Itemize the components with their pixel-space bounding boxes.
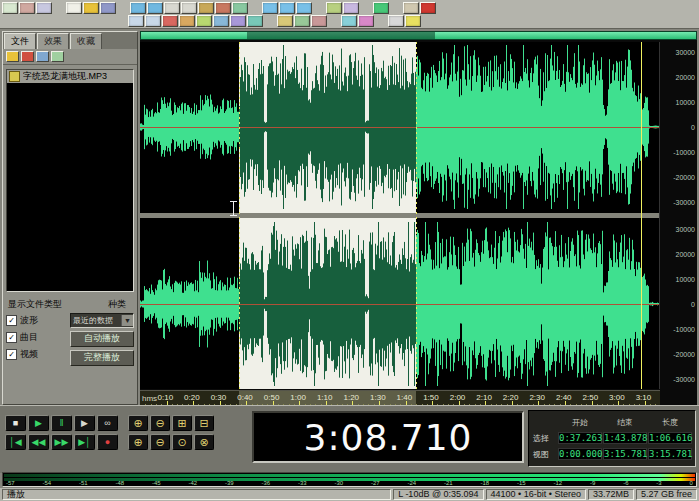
file-list-item[interactable]: 字统恐龙满地现.MP3 bbox=[7, 70, 133, 83]
zoom-out-horizontal-button[interactable]: ⊖ bbox=[150, 415, 170, 431]
pitch-bender-icon[interactable] bbox=[358, 15, 374, 27]
fft-filter-icon[interactable] bbox=[277, 15, 293, 27]
scripts-icon[interactable] bbox=[403, 2, 419, 14]
monitor-record-level-icon[interactable] bbox=[420, 2, 436, 14]
wave-checkbox[interactable]: ✓ bbox=[6, 315, 17, 326]
organizer-toolbar bbox=[3, 49, 137, 65]
toolbar-separator bbox=[53, 2, 65, 14]
show-file-types-label: 显示文件类型 bbox=[8, 298, 62, 311]
insert-to-multitrack-icon[interactable] bbox=[36, 51, 49, 62]
overview-selection[interactable] bbox=[247, 32, 436, 39]
envelope-effect-icon[interactable] bbox=[179, 15, 195, 27]
open-file-icon[interactable] bbox=[83, 2, 99, 14]
stop-button[interactable]: ■ bbox=[5, 415, 26, 431]
tab-favorites[interactable]: 收藏 bbox=[70, 33, 102, 49]
auto-play-button[interactable]: 自动播放 bbox=[70, 331, 134, 347]
zoom-out-vertical-button[interactable]: ⊖ bbox=[150, 434, 170, 450]
video-filter-label: 视频 bbox=[20, 348, 38, 361]
paste-icon[interactable] bbox=[198, 2, 214, 14]
play-to-end-button[interactable]: ▶ bbox=[74, 415, 95, 431]
record-button[interactable]: ● bbox=[97, 434, 118, 450]
open-file-icon[interactable] bbox=[6, 51, 19, 62]
type-filter-video: ✓视频 bbox=[6, 348, 67, 361]
go-to-beginning-button[interactable]: │◀ bbox=[5, 434, 26, 450]
time-display[interactable]: 3:08.710 bbox=[252, 411, 524, 463]
edit-file-icon[interactable] bbox=[51, 51, 64, 62]
selection-row-label: 选择 bbox=[531, 433, 557, 444]
new-file-icon[interactable] bbox=[66, 2, 82, 14]
meter-scale-label: -30 bbox=[335, 480, 344, 486]
normalize-effect-icon[interactable] bbox=[196, 15, 212, 27]
redo-icon[interactable] bbox=[147, 2, 163, 14]
pause-button[interactable]: ‖ bbox=[51, 415, 72, 431]
show-cue-list-icon[interactable] bbox=[128, 15, 144, 27]
file-name: 字统恐龙满地现.MP3 bbox=[23, 70, 107, 83]
chevron-down-icon[interactable]: ▼ bbox=[121, 315, 133, 326]
amplitude-tick-label: -20000 bbox=[673, 174, 695, 181]
zoom-selection-icon[interactable] bbox=[296, 2, 312, 14]
zoom-right-edge-button[interactable]: ⊗ bbox=[194, 434, 214, 450]
close-file-icon[interactable] bbox=[21, 51, 34, 62]
zoom-in-vertical-button[interactable]: ⊕ bbox=[128, 434, 148, 450]
amplitude-tick-label: -10000 bbox=[673, 149, 695, 156]
multitrack-view-icon[interactable] bbox=[19, 2, 35, 14]
reverb-effect-icon[interactable] bbox=[247, 15, 263, 27]
rewind-button[interactable]: ◀◀ bbox=[28, 434, 49, 450]
stretch-effect-icon[interactable] bbox=[341, 15, 357, 27]
copy-icon[interactable] bbox=[181, 2, 197, 14]
click-removal-icon[interactable] bbox=[311, 15, 327, 27]
zoom-full-button[interactable]: ⊞ bbox=[172, 415, 192, 431]
file-size-text: 33.72MB bbox=[593, 489, 629, 499]
video-checkbox[interactable]: ✓ bbox=[6, 349, 17, 360]
zoom-in-horizontal-button[interactable]: ⊕ bbox=[128, 415, 148, 431]
help-icon[interactable] bbox=[405, 15, 421, 27]
convert-sample-type-icon[interactable] bbox=[326, 2, 342, 14]
noise-reduction-icon[interactable] bbox=[294, 15, 310, 27]
column-header-2: 长度 bbox=[648, 417, 692, 428]
meter-scale-label: -51 bbox=[79, 480, 88, 486]
amplify-effect-icon[interactable] bbox=[162, 15, 178, 27]
cd-project-view-icon[interactable] bbox=[36, 2, 52, 14]
batch-process-icon[interactable] bbox=[343, 2, 359, 14]
waveform-view-icon[interactable] bbox=[2, 2, 18, 14]
toolbar-separator bbox=[249, 2, 261, 14]
tab-effects[interactable]: 效果 bbox=[37, 33, 69, 49]
midi-checkbox[interactable]: ✓ bbox=[6, 332, 17, 343]
overview-bar[interactable] bbox=[140, 31, 697, 40]
save-file-icon[interactable] bbox=[100, 2, 116, 14]
mix-paste-icon[interactable] bbox=[215, 2, 231, 14]
fast-forward-button[interactable]: ▶▶ bbox=[51, 434, 72, 450]
sort-label: 种类 bbox=[108, 298, 126, 311]
sort-dropdown-value: 最近的数据 bbox=[71, 315, 121, 326]
cut-icon[interactable] bbox=[164, 2, 180, 14]
timeline-ruler[interactable]: hms 0:100:200:300:400:501:001:101:201:30… bbox=[140, 390, 660, 406]
timeline-tick-label: 0:30 bbox=[211, 393, 227, 402]
amplitude-ruler[interactable]: 30000300002000020000100001000000-10000-1… bbox=[659, 42, 697, 389]
status-file-size: 33.72MB bbox=[588, 489, 634, 500]
cd-burning-icon[interactable] bbox=[388, 15, 404, 27]
format-text: 44100 • 16-bit • Stereo bbox=[491, 489, 581, 499]
go-to-end-button[interactable]: ▶│ bbox=[74, 434, 95, 450]
tab-files[interactable]: 文件 bbox=[4, 33, 36, 49]
sort-dropdown[interactable]: 最近的数据 ▼ bbox=[70, 313, 134, 328]
meter-scale-label: -54 bbox=[43, 480, 52, 486]
status-format: 44100 • 16-bit • Stereo bbox=[486, 489, 586, 500]
zoom-to-selection-button[interactable]: ⊟ bbox=[194, 415, 214, 431]
level-meter[interactable]: -57-54-51-48-45-42-39-36-33-30-27-24-21-… bbox=[2, 472, 697, 487]
play-looped-button[interactable]: ∞ bbox=[97, 415, 118, 431]
file-list[interactable]: 字统恐龙满地现.MP3 bbox=[6, 69, 134, 292]
selection-panel-row-selection: 选择0:37.2631:43.8781:06.616 bbox=[531, 430, 693, 446]
delay-effect-icon[interactable] bbox=[230, 15, 246, 27]
undo-icon[interactable] bbox=[130, 2, 146, 14]
play-button[interactable]: ▶ bbox=[28, 415, 49, 431]
compressor-effect-icon[interactable] bbox=[213, 15, 229, 27]
full-play-button[interactable]: 完整播放 bbox=[70, 350, 134, 366]
waveform-display[interactable] bbox=[140, 42, 660, 389]
zoom-left-edge-button[interactable]: ⊙ bbox=[172, 434, 192, 450]
play-normal-icon[interactable] bbox=[373, 2, 389, 14]
zoom-out-icon[interactable] bbox=[279, 2, 295, 14]
zoom-in-icon[interactable] bbox=[262, 2, 278, 14]
show-play-list-icon[interactable] bbox=[145, 15, 161, 27]
timeline-tick-label: 2:50 bbox=[583, 393, 599, 402]
trim-icon[interactable] bbox=[232, 2, 248, 14]
